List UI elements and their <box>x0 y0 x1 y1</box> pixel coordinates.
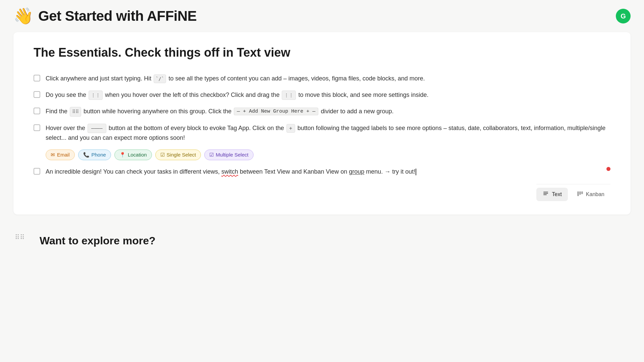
section-title: The Essentials. Check things off in Text… <box>34 46 610 60</box>
checkbox-2[interactable] <box>34 91 40 98</box>
find-the-text: Find the <box>46 108 67 115</box>
header: 👋 Get Started with AFFiNE G <box>0 0 644 29</box>
kanban-view-icon <box>577 190 583 198</box>
app-title: Get Started with AFFiNE <box>38 8 197 24</box>
multiple-select-label: Multiple Select <box>216 152 249 158</box>
page-container: 👋 Get Started with AFFiNE G The Essentia… <box>0 0 644 362</box>
multiple-select-icon: ☑ <box>209 152 214 158</box>
slash-icon: `/` <box>154 74 166 83</box>
email-label: Email <box>57 152 70 158</box>
email-icon: ✉ <box>51 152 55 158</box>
svg-rect-0 <box>543 192 548 192</box>
dots-icon-2: ⋮⋮ <box>282 90 296 100</box>
tag-single-select[interactable]: ☑ Single Select <box>155 149 201 160</box>
switch-link[interactable]: switch <box>221 168 238 175</box>
text-view-icon <box>542 190 549 198</box>
svg-rect-5 <box>581 191 583 194</box>
location-icon: 📍 <box>119 152 126 158</box>
svg-rect-1 <box>543 193 548 194</box>
svg-rect-4 <box>579 191 581 195</box>
checklist-text-2: Do you see the ⋮⋮ when you hover over th… <box>46 90 610 100</box>
main-content-card: The Essentials. Check things off in Text… <box>13 32 631 215</box>
checklist-item-2: Do you see the ⋮⋮ when you hover over th… <box>34 87 610 103</box>
checkbox-5[interactable] <box>34 168 40 175</box>
checkbox-3[interactable] <box>34 108 40 114</box>
view-toolbar: Text Kanban <box>536 184 610 201</box>
drag-handle-icon[interactable]: ⠿⠿ <box>13 232 26 243</box>
single-select-label: Single Select <box>167 152 196 158</box>
text-view-label: Text <box>552 191 561 197</box>
svg-rect-3 <box>577 191 579 196</box>
tag-multiple-select[interactable]: ☑ Multiple Select <box>204 149 254 160</box>
grammarly-avatar[interactable]: G <box>616 9 631 23</box>
checklist-item-5: An incredible design! You can check your… <box>34 164 610 180</box>
checklist-text-5: An incredible design! You can check your… <box>46 167 601 177</box>
tag-location[interactable]: 📍 Location <box>114 149 152 160</box>
checkbox-4[interactable] <box>34 124 40 131</box>
dots-icon-1: ⋮⋮ <box>89 90 103 100</box>
header-title: 👋 Get Started with AFFiNE <box>13 7 197 25</box>
checkbox-1[interactable] <box>34 75 40 81</box>
tag-email[interactable]: ✉ Email <box>46 149 75 160</box>
next-section-area: ⠿⠿ Want to explore more? <box>0 218 644 247</box>
group-link[interactable]: group <box>349 168 364 175</box>
checklist-text-1: Click anywhere and just start typing. Hi… <box>46 74 610 83</box>
text-cursor <box>416 169 416 175</box>
location-label: Location <box>128 152 147 158</box>
kanban-view-button[interactable]: Kanban <box>571 188 610 201</box>
tag-container: ✉ Email 📞 Phone 📍 Location ☑ Single Sele… <box>46 149 610 160</box>
checklist: Click anywhere and just start typing. Hi… <box>34 70 610 180</box>
checklist-item-4: Hover over the ———— button at the bottom… <box>34 120 610 146</box>
add-group-code: — + Add New Group Here + — <box>234 108 318 115</box>
next-section-title: Want to explore more? <box>33 235 156 247</box>
dash-button: ———— <box>88 124 106 133</box>
checklist-text-4: Hover over the ———— button at the bottom… <box>46 123 610 143</box>
single-select-icon: ☑ <box>160 152 165 158</box>
grid-dots-icon: ⠿⠿ <box>70 107 81 116</box>
text-view-button[interactable]: Text <box>536 188 568 201</box>
checklist-text-3: Find the ⠿⠿ button while hovering anywhe… <box>46 107 610 116</box>
tag-phone[interactable]: 📞 Phone <box>78 149 111 160</box>
red-dot-indicator <box>606 167 610 171</box>
phone-label: Phone <box>92 152 106 158</box>
checklist-item-1: Click anywhere and just start typing. Hi… <box>34 70 610 87</box>
plus-icon: + <box>286 124 295 133</box>
wave-emoji: 👋 <box>13 7 34 25</box>
checklist-item-3: Find the ⠿⠿ button while hovering anywhe… <box>34 103 610 120</box>
bottom-bar-row: Text Kanban <box>34 181 610 201</box>
kanban-view-label: Kanban <box>586 191 604 197</box>
svg-rect-2 <box>543 194 547 195</box>
phone-icon: 📞 <box>83 152 90 158</box>
